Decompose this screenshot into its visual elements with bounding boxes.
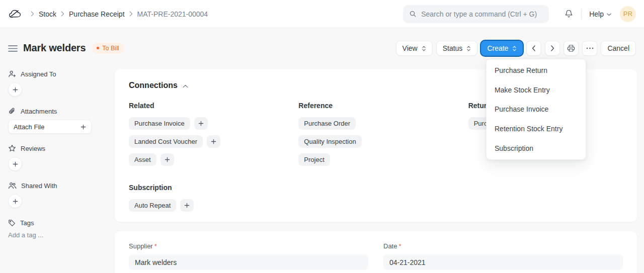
new-document-plus-button[interactable] xyxy=(194,117,208,130)
connection-group: RelatedPurchase InvoiceLanded Cost Vouch… xyxy=(129,102,283,171)
connections-title: Connections xyxy=(129,81,178,90)
chevron-right-icon xyxy=(61,11,64,17)
sort-arrows-icon xyxy=(512,45,517,52)
new-document-plus-button[interactable] xyxy=(160,153,174,166)
status-label: To Bill xyxy=(102,45,119,52)
plus-icon xyxy=(80,124,86,130)
connection-chip[interactable]: Asset xyxy=(129,153,156,166)
date-field[interactable] xyxy=(383,254,623,270)
breadcrumb: StockPurchase ReceiptMAT-PRE-2021-00004 xyxy=(26,10,208,18)
status-button[interactable]: Status xyxy=(436,41,478,56)
ellipsis-icon xyxy=(586,47,594,49)
chip-row: Purchase Order xyxy=(298,117,453,130)
subscription-chips: Auto Repeat xyxy=(129,199,623,212)
document-sidebar: Assigned ToAttachmentsAttach FileReviews… xyxy=(8,69,107,249)
sidebar-section-label: Assigned To xyxy=(21,70,56,78)
user-plus-icon xyxy=(8,70,16,78)
add-button[interactable] xyxy=(8,82,22,97)
connection-group-label: Subscription xyxy=(129,184,623,193)
supplier-field-group: Supplier* xyxy=(129,242,368,270)
sidebar-section-label: Reviews xyxy=(21,145,45,152)
cancel-button[interactable]: Cancel xyxy=(601,41,636,56)
create-dropdown-menu: Purchase ReturnMake Stock EntryPurchase … xyxy=(486,59,586,160)
create-button[interactable]: Create xyxy=(481,41,523,56)
connection-chip[interactable]: Auto Repeat xyxy=(129,199,176,212)
new-document-plus-button[interactable] xyxy=(180,199,194,212)
create-menu-item[interactable]: Purchase Invoice xyxy=(487,100,586,119)
star-icon xyxy=(8,144,16,152)
global-search[interactable] xyxy=(403,5,549,23)
sidebar-section: Reviews xyxy=(8,144,107,171)
chevron-down-icon xyxy=(607,13,611,16)
breadcrumb-item[interactable]: MAT-PRE-2021-00004 xyxy=(137,10,208,18)
top-navbar: StockPurchase ReceiptMAT-PRE-2021-00004 … xyxy=(0,0,644,28)
help-label: Help xyxy=(589,10,604,18)
paperclip-icon xyxy=(8,107,16,115)
date-label: Date* xyxy=(383,242,623,250)
notifications-bell-icon[interactable] xyxy=(564,9,574,19)
status-dot xyxy=(97,47,99,49)
new-document-plus-button[interactable] xyxy=(207,135,220,148)
create-button-label: Create xyxy=(487,44,508,52)
more-options-button[interactable] xyxy=(582,41,597,56)
navbar-divider xyxy=(581,9,582,20)
attach-file-button[interactable]: Attach File xyxy=(8,120,92,134)
add-button[interactable] xyxy=(8,194,22,208)
view-button[interactable]: View xyxy=(396,41,433,56)
search-icon xyxy=(409,10,417,18)
page-header: Mark welders To Bill View Status Create xyxy=(8,38,636,58)
next-document-button[interactable] xyxy=(545,41,560,56)
create-menu-item[interactable]: Subscription xyxy=(487,138,586,158)
status-badge: To Bill xyxy=(92,43,124,54)
supplier-label: Supplier* xyxy=(129,242,368,250)
date-field-group: Date* xyxy=(383,242,623,270)
connection-chip[interactable]: Quality Inspection xyxy=(298,135,361,148)
sidebar-section: Shared With xyxy=(8,181,107,208)
help-menu[interactable]: Help xyxy=(589,10,611,18)
connection-group-label: Reference xyxy=(298,102,453,111)
connection-chip[interactable]: Purchase Invoice xyxy=(129,117,190,130)
chevron-right-icon xyxy=(550,45,554,51)
sidebar-section-label: Shared With xyxy=(21,182,57,190)
connection-chip[interactable]: Purchase Order xyxy=(298,117,356,130)
search-input[interactable] xyxy=(421,10,543,18)
chip-row: Quality Inspection xyxy=(298,135,453,148)
subscription-group: Subscription Auto Repeat xyxy=(129,184,623,212)
supplier-field[interactable] xyxy=(129,254,368,270)
chevron-right-icon xyxy=(31,11,34,17)
sidebar-toggle-icon[interactable] xyxy=(8,44,18,52)
connection-chip[interactable]: Landed Cost Voucher xyxy=(129,135,203,148)
sidebar-section: Assigned To xyxy=(8,69,107,97)
user-avatar[interactable]: PR xyxy=(620,6,636,22)
chip-row: Auto Repeat xyxy=(129,199,623,212)
breadcrumb-item[interactable]: Stock xyxy=(39,10,56,18)
create-menu-item[interactable]: Purchase Return xyxy=(487,61,586,80)
connection-group-label: Related xyxy=(129,102,283,111)
sidebar-section: TagsAdd a tag ... xyxy=(8,218,107,239)
chip-row: Asset xyxy=(129,153,283,166)
chevron-left-icon xyxy=(532,45,536,51)
create-menu-item[interactable]: Make Stock Entry xyxy=(487,80,586,100)
chip-row: Purchase Invoice xyxy=(129,117,283,130)
app-logo-icon[interactable] xyxy=(8,7,24,21)
chip-row: Landed Cost Voucher xyxy=(129,135,283,148)
sort-arrows-icon xyxy=(422,45,426,52)
printer-icon xyxy=(567,44,575,52)
add-button[interactable] xyxy=(8,157,22,171)
chip-row: Project xyxy=(298,153,453,166)
create-menu-item[interactable]: Retention Stock Entry xyxy=(487,119,586,139)
print-button[interactable] xyxy=(564,41,579,56)
sort-arrows-icon xyxy=(466,45,471,52)
page-title: Mark welders xyxy=(23,42,86,54)
connection-chip[interactable]: Project xyxy=(298,153,330,166)
breadcrumb-item[interactable]: Purchase Receipt xyxy=(69,10,125,18)
previous-document-button[interactable] xyxy=(526,41,541,56)
sidebar-section-label: Attachments xyxy=(21,108,57,115)
header-actions: View Status Create Cancel xyxy=(396,41,636,56)
sidebar-section-label: Tags xyxy=(20,219,34,227)
view-button-label: View xyxy=(403,44,418,52)
users-icon xyxy=(8,181,17,190)
add-tag-input[interactable]: Add a tag ... xyxy=(8,231,107,239)
status-button-label: Status xyxy=(443,44,463,52)
attach-file-label: Attach File xyxy=(14,123,44,131)
